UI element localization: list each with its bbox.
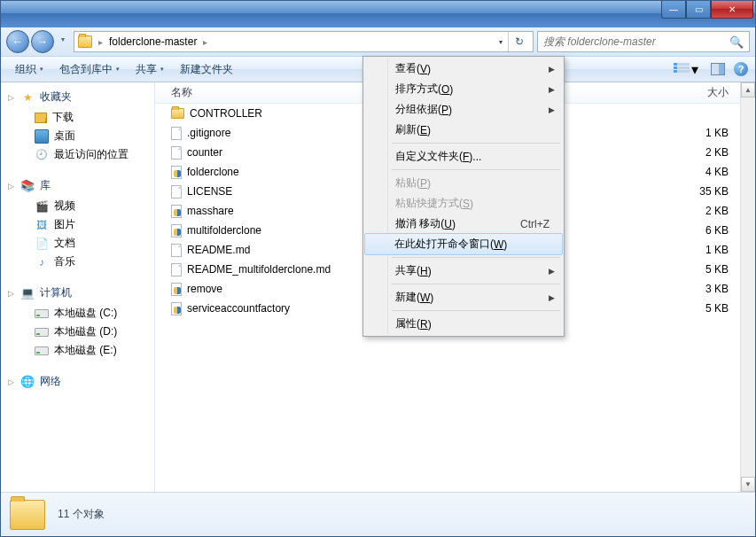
sidebar-item-drive-c[interactable]: 本地磁盘 (C:) [1, 304, 154, 323]
drive-icon [35, 346, 49, 355]
refresh-button[interactable]: ↻ [508, 32, 529, 51]
py-icon [171, 302, 182, 315]
context-menu-item: 粘贴(P) [365, 173, 562, 193]
music-icon: ♪ [35, 255, 49, 269]
recent-icon: 🕘 [35, 148, 49, 162]
folder-icon [171, 108, 184, 119]
sidebar-item-recent[interactable]: 🕘最近访问的位置 [1, 145, 154, 164]
view-mode-button[interactable]: ▾ [670, 59, 702, 80]
file-icon [171, 146, 182, 160]
sidebar-item-drive-e[interactable]: 本地磁盘 (E:) [1, 341, 154, 360]
downloads-icon [35, 113, 47, 123]
scroll-up-button[interactable]: ▲ [741, 82, 755, 97]
chevron-down-icon: ▾ [691, 61, 698, 78]
explorer-window: — ▭ ✕ ← → ▾ ▸ folderclone-master ▸ ▾ ↻ 🔍… [0, 0, 756, 537]
address-dropdown[interactable]: ▾ [495, 38, 506, 46]
forward-button[interactable]: → [31, 30, 54, 53]
py-icon [171, 224, 182, 237]
collapse-icon: ▷ [8, 93, 14, 102]
py-icon [171, 166, 182, 179]
sidebar-item-desktop[interactable]: 桌面 [1, 127, 154, 145]
context-menu-item[interactable]: 共享(H)▶ [365, 261, 562, 281]
submenu-arrow-icon: ▶ [549, 267, 555, 276]
context-menu-item: 粘贴快捷方式(S) [365, 193, 562, 214]
library-icon: 📚 [20, 179, 35, 193]
folder-icon [78, 35, 92, 48]
status-text: 11 个对象 [58, 507, 105, 522]
sidebar-network-header[interactable]: ▷🌐网络 [1, 372, 154, 393]
drive-icon [35, 328, 49, 337]
preview-icon [711, 63, 725, 75]
sidebar-item-pictures[interactable]: 🖼图片 [1, 215, 154, 234]
context-menu-item[interactable]: 自定义文件夹(F)... [365, 146, 562, 167]
organize-button[interactable]: 组织 ▾ [8, 58, 51, 81]
context-menu-item[interactable]: 属性(R) [365, 314, 562, 334]
search-box[interactable]: 🔍 [537, 31, 750, 52]
menu-separator [392, 310, 560, 311]
computer-icon: 💻 [20, 286, 35, 300]
breadcrumb-sep: ▸ [96, 37, 105, 47]
sidebar-item-downloads[interactable]: 下载 [1, 108, 154, 127]
close-button[interactable]: ✕ [711, 1, 753, 19]
menu-separator [392, 169, 560, 170]
search-icon[interactable]: 🔍 [729, 35, 744, 49]
video-icon: 🎬 [35, 199, 49, 214]
sidebar-item-drive-d[interactable]: 本地磁盘 (D:) [1, 323, 154, 341]
document-icon: 📄 [35, 237, 49, 251]
sidebar-libraries-header[interactable]: ▷📚库 [1, 176, 154, 197]
context-menu: 查看(V)▶排序方式(O)▶分组依据(P)▶刷新(E)自定义文件夹(F)...粘… [362, 56, 565, 337]
menu-separator [392, 143, 560, 144]
collapse-icon: ▷ [8, 377, 14, 386]
file-icon [171, 127, 182, 140]
maximize-button[interactable]: ▭ [686, 1, 711, 19]
picture-icon: 🖼 [35, 218, 49, 232]
collapse-icon: ▷ [8, 289, 14, 298]
sidebar-item-videos[interactable]: 🎬视频 [1, 197, 154, 215]
star-icon: ★ [20, 90, 35, 105]
share-button[interactable]: 共享 ▾ [129, 58, 171, 81]
context-menu-item[interactable]: 分组依据(P)▶ [365, 99, 562, 120]
collapse-icon: ▷ [8, 182, 14, 191]
minimize-button[interactable]: — [661, 1, 686, 19]
context-menu-item[interactable]: 刷新(E) [365, 120, 562, 140]
folder-icon [10, 500, 45, 530]
preview-pane-button[interactable] [707, 61, 729, 77]
status-bar: 11 个对象 [1, 492, 755, 536]
navigation-pane: ▷★收藏夹 下载 桌面 🕘最近访问的位置 ▷📚库 🎬视频 🖼图片 📄文档 ♪音乐… [1, 82, 155, 492]
sidebar-computer-header[interactable]: ▷💻计算机 [1, 284, 154, 304]
file-icon [171, 244, 182, 257]
submenu-arrow-icon: ▶ [549, 65, 555, 74]
context-menu-item[interactable]: 在此处打开命令窗口(W) [364, 233, 563, 255]
drive-icon [35, 309, 49, 318]
sidebar-item-documents[interactable]: 📄文档 [1, 234, 154, 253]
context-menu-item[interactable]: 新建(W)▶ [365, 287, 562, 307]
address-bar[interactable]: ▸ folderclone-master ▸ ▾ ↻ [74, 31, 534, 52]
titlebar: — ▭ ✕ [1, 1, 755, 27]
breadcrumb-sep[interactable]: ▸ [200, 37, 210, 47]
scrollbar[interactable]: ▲ ▼ [740, 82, 755, 492]
context-menu-item[interactable]: 撤消 移动(U)Ctrl+Z [365, 214, 562, 234]
sidebar-favorites-header[interactable]: ▷★收藏夹 [1, 88, 154, 108]
file-icon [171, 263, 182, 276]
include-library-button[interactable]: 包含到库中 ▾ [52, 58, 127, 81]
scroll-down-button[interactable]: ▼ [741, 477, 755, 492]
menu-separator [392, 284, 560, 284]
back-button[interactable]: ← [6, 30, 29, 53]
sidebar-item-music[interactable]: ♪音乐 [1, 253, 154, 271]
search-input[interactable] [543, 35, 729, 48]
shortcut-label: Ctrl+Z [520, 218, 549, 230]
list-view-icon [674, 63, 690, 75]
breadcrumb-folder[interactable]: folderclone-master [109, 35, 197, 48]
address-bar-row: ← → ▾ ▸ folderclone-master ▸ ▾ ↻ 🔍 [1, 27, 755, 56]
py-icon [171, 205, 182, 218]
context-menu-item[interactable]: 排序方式(O)▶ [365, 79, 562, 99]
submenu-arrow-icon: ▶ [549, 85, 555, 94]
desktop-icon [35, 129, 49, 144]
submenu-arrow-icon: ▶ [549, 105, 555, 114]
menu-separator [392, 257, 560, 258]
help-button[interactable]: ? [734, 62, 748, 76]
new-folder-button[interactable]: 新建文件夹 [173, 58, 240, 81]
context-menu-item[interactable]: 查看(V)▶ [365, 58, 562, 79]
nav-history-dropdown[interactable]: ▾ [56, 30, 70, 48]
file-icon [171, 185, 182, 198]
